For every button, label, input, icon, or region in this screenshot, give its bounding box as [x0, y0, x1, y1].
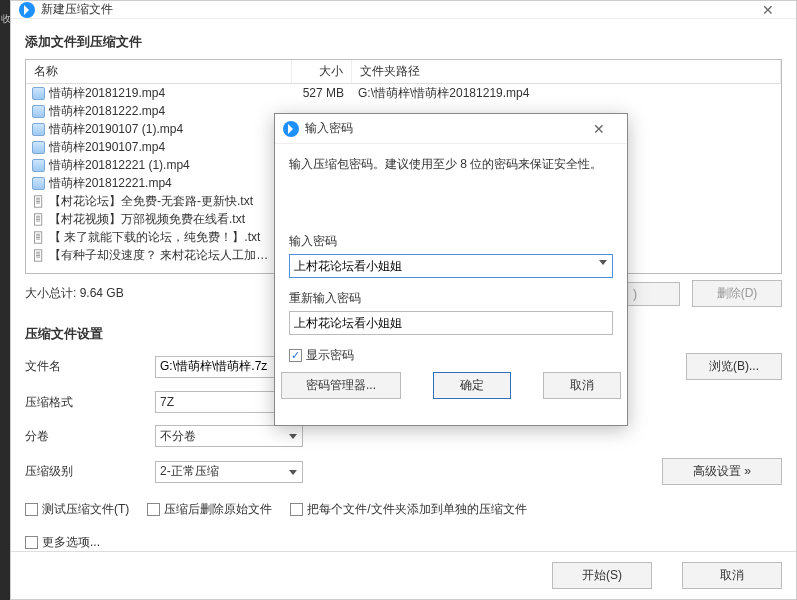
password-confirm-input[interactable]: [289, 311, 613, 335]
modal-cancel-button[interactable]: 取消: [543, 372, 621, 399]
ck-show-password[interactable]: 显示密码: [289, 347, 354, 364]
file-name: 【有种子却没速度？ 来村花论坛人工加…: [49, 247, 268, 264]
ck-delete-after[interactable]: 压缩后删除原始文件: [147, 501, 272, 518]
file-name: 【村花论坛】全免费-无套路-更新快.txt: [49, 193, 253, 210]
text-file-icon: [32, 231, 45, 244]
video-file-icon: [32, 141, 45, 154]
col-size[interactable]: 大小: [292, 60, 352, 83]
password-modal: 输入密码 ✕ 输入压缩包密码。建议使用至少 8 位的密码来保证安全性。 输入密码…: [274, 113, 628, 426]
add-files-header: 添加文件到压缩文件: [25, 33, 782, 51]
file-name: 惜萌梓20190107.mp4: [49, 139, 165, 156]
file-name: 惜萌梓201812221 (1).mp4: [49, 157, 190, 174]
file-name: 惜萌梓201812221.mp4: [49, 175, 172, 192]
browse-button[interactable]: 浏览(B)...: [686, 353, 782, 380]
ck-test[interactable]: 测试压缩文件(T): [25, 501, 129, 518]
filename-label: 文件名: [25, 358, 155, 375]
level-select[interactable]: 2-正常压缩: [155, 461, 303, 483]
video-file-icon: [32, 159, 45, 172]
file-name: 惜萌梓20181222.mp4: [49, 103, 165, 120]
col-path[interactable]: 文件夹路径: [352, 60, 781, 83]
chevron-down-icon[interactable]: [599, 260, 607, 265]
window-title: 新建压缩文件: [41, 1, 748, 18]
modal-body: 输入压缩包密码。建议使用至少 8 位的密码来保证安全性。 输入密码 重新输入密码…: [275, 144, 627, 425]
ok-button[interactable]: 确定: [433, 372, 511, 399]
password-input[interactable]: [289, 254, 613, 278]
pw2-label: 重新输入密码: [289, 290, 613, 307]
modal-hint: 输入压缩包密码。建议使用至少 8 位的密码来保证安全性。: [289, 156, 613, 173]
app-icon: [283, 121, 299, 137]
cancel-button[interactable]: 取消: [682, 562, 782, 589]
file-size: 527 MB: [292, 86, 352, 100]
main-titlebar: 新建压缩文件 ✕: [11, 1, 796, 19]
start-button[interactable]: 开始(S): [552, 562, 652, 589]
video-file-icon: [32, 123, 45, 136]
app-icon: [19, 2, 35, 18]
text-file-icon: [32, 213, 45, 226]
footer: 开始(S) 取消: [11, 551, 796, 599]
text-file-icon: [32, 249, 45, 262]
file-name: 【村花视频】万部视频免费在线看.txt: [49, 211, 245, 228]
file-name: 惜萌梓20190107 (1).mp4: [49, 121, 183, 138]
pw-label: 输入密码: [289, 233, 613, 250]
app-frame-edge: 收: [0, 0, 10, 600]
video-file-icon: [32, 87, 45, 100]
volume-select[interactable]: 不分卷: [155, 425, 303, 447]
delete-button[interactable]: 删除(D): [692, 280, 782, 307]
table-row[interactable]: 惜萌梓20181219.mp4527 MBG:\惜萌梓\惜萌梓20181219.…: [26, 84, 781, 102]
file-name: 【 来了就能下载的论坛，纯免费！】.txt: [49, 229, 260, 246]
video-file-icon: [32, 177, 45, 190]
modal-titlebar: 输入密码 ✕: [275, 114, 627, 144]
checkbox-row: 测试压缩文件(T) 压缩后删除原始文件 把每个文件/文件夹添加到单独的压缩文件: [25, 501, 782, 518]
modal-close-icon[interactable]: ✕: [579, 121, 619, 137]
ck-separate[interactable]: 把每个文件/文件夹添加到单独的压缩文件: [290, 501, 526, 518]
modal-button-row: 密码管理器... 确定 取消: [289, 364, 613, 413]
password-manager-button[interactable]: 密码管理器...: [281, 372, 401, 399]
close-icon[interactable]: ✕: [748, 2, 788, 18]
file-path: G:\惜萌梓\惜萌梓20181219.mp4: [352, 85, 781, 102]
format-label: 压缩格式: [25, 394, 155, 411]
file-name: 惜萌梓20181219.mp4: [49, 85, 165, 102]
modal-title: 输入密码: [305, 120, 579, 137]
level-label: 压缩级别: [25, 463, 155, 480]
video-file-icon: [32, 105, 45, 118]
table-header: 名称 大小 文件夹路径: [26, 60, 781, 84]
text-file-icon: [32, 195, 45, 208]
col-name[interactable]: 名称: [26, 60, 292, 83]
volume-label: 分卷: [25, 428, 155, 445]
ck-more-options[interactable]: 更多选项...: [25, 534, 100, 551]
advanced-button[interactable]: 高级设置 »: [662, 458, 782, 485]
